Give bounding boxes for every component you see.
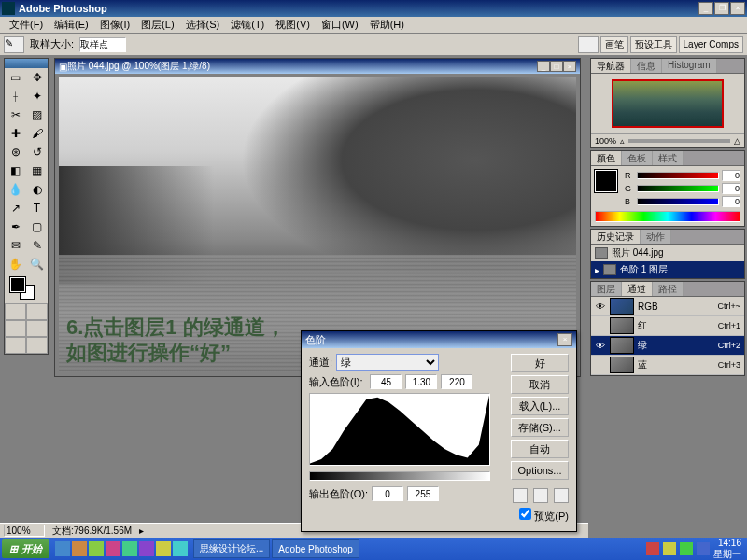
g-slider[interactable] (637, 185, 719, 192)
ql-icon[interactable] (106, 541, 120, 556)
wand-tool[interactable]: ✦ (26, 87, 48, 105)
eraser-tool[interactable]: ◧ (5, 161, 26, 180)
stamp-tool[interactable]: ⊛ (5, 143, 26, 161)
heal-tool[interactable]: ✚ (5, 124, 26, 143)
quick-mask-mode[interactable] (26, 303, 48, 320)
brush-tool[interactable]: 🖌 (26, 124, 48, 143)
tray-icon[interactable] (646, 542, 659, 555)
status-menu-icon[interactable]: ▸ (139, 525, 144, 536)
history-snapshot[interactable]: 照片 044.jpg (591, 245, 744, 261)
tray-icon[interactable] (697, 542, 710, 555)
task-photoshop[interactable]: Adobe Photoshop (272, 539, 359, 558)
navigator-zoom[interactable]: 100% (595, 136, 616, 146)
input-white[interactable] (441, 374, 472, 389)
b-value[interactable]: 0 (722, 196, 740, 207)
tray-icon[interactable] (680, 542, 693, 555)
eyedropper-icon[interactable]: ✎ (4, 36, 24, 53)
menu-edit[interactable]: 编辑(E) (49, 18, 94, 32)
zoom-in-icon[interactable]: △ (734, 136, 740, 146)
toolbox-header[interactable] (5, 59, 48, 68)
doc-minimize[interactable]: _ (537, 61, 550, 72)
close-button[interactable]: × (730, 2, 745, 15)
eyedrop-tool[interactable]: ✎ (26, 236, 48, 255)
doc-close[interactable]: × (563, 61, 576, 72)
screen-mode-3[interactable] (5, 337, 26, 354)
g-value[interactable]: 0 (722, 183, 740, 194)
output-black[interactable] (372, 486, 403, 501)
color-fg-swatch[interactable] (595, 170, 617, 192)
tab-swatches[interactable]: 色板 (622, 151, 653, 165)
start-button[interactable]: ⊞ 开始 (2, 539, 49, 558)
tab-brushes[interactable]: 画笔 (600, 36, 628, 53)
b-slider[interactable] (637, 198, 719, 205)
ql-icon[interactable] (55, 541, 70, 556)
output-gradient[interactable] (309, 471, 490, 481)
task-forum[interactable]: 思缘设计论坛... (193, 539, 270, 558)
file-browser-icon[interactable] (578, 36, 599, 53)
auto-button[interactable]: 自动 (511, 440, 569, 458)
menu-filter[interactable]: 滤镜(T) (225, 18, 270, 32)
menu-help[interactable]: 帮助(H) (364, 18, 410, 32)
marquee-tool[interactable]: ▭ (5, 68, 26, 87)
pen-tool[interactable]: ✒ (5, 217, 26, 236)
tab-actions[interactable]: 动作 (641, 230, 671, 244)
ql-icon[interactable] (173, 541, 188, 556)
visibility-icon[interactable]: 👁 (595, 301, 606, 312)
channel-RGB[interactable]: 👁RGBCtrl+~ (591, 297, 744, 316)
tab-histogram[interactable]: Histogram (662, 59, 717, 73)
menu-view[interactable]: 视图(V) (270, 18, 316, 32)
tray-icon[interactable] (663, 542, 676, 555)
notes-tool[interactable]: ✉ (5, 236, 26, 255)
dodge-tool[interactable]: ◐ (26, 180, 48, 199)
visibility-icon[interactable]: 👁 (595, 341, 606, 351)
path-tool[interactable]: ↗ (5, 199, 26, 217)
sample-size-select[interactable]: 取样点 (79, 37, 126, 52)
ql-icon[interactable] (122, 541, 137, 556)
menu-select[interactable]: 选择(S) (180, 18, 226, 32)
zoom-tool[interactable]: 🔍 (26, 255, 48, 273)
restore-button[interactable]: ❐ (714, 2, 729, 15)
lasso-tool[interactable]: ⟊ (5, 87, 26, 105)
standard-mode[interactable] (5, 303, 26, 320)
tab-navigator[interactable]: 导航器 (591, 59, 631, 73)
imageready-jump[interactable] (26, 337, 48, 354)
gradient-tool[interactable]: ▦ (26, 161, 48, 180)
r-value[interactable]: 0 (722, 170, 740, 181)
clock[interactable]: 14:16 (713, 538, 741, 548)
screen-mode-2[interactable] (26, 320, 48, 337)
tab-presets[interactable]: 预设工具 (630, 36, 677, 53)
slice-tool[interactable]: ▨ (26, 105, 48, 124)
ql-icon[interactable] (72, 541, 87, 556)
ql-icon[interactable] (156, 541, 171, 556)
input-gamma[interactable] (405, 374, 437, 389)
ok-button[interactable]: 好 (511, 354, 569, 372)
shape-tool[interactable]: ▢ (26, 217, 48, 236)
save-button[interactable]: 存储(S)... (511, 418, 569, 437)
tab-channels[interactable]: 通道 (622, 282, 653, 296)
menu-image[interactable]: 图像(I) (94, 18, 135, 32)
eyedropper-black-icon[interactable] (513, 488, 528, 503)
preview-checkbox[interactable] (519, 508, 531, 520)
tab-paths[interactable]: 路径 (653, 282, 684, 296)
tab-info[interactable]: 信息 (631, 59, 662, 73)
cancel-button[interactable]: 取消 (511, 375, 569, 394)
options-button[interactable]: Options... (511, 461, 569, 480)
zoom-out-icon[interactable]: ▵ (620, 136, 625, 146)
tab-layercomps[interactable]: Layer Comps (679, 36, 743, 53)
histogram[interactable] (309, 393, 490, 466)
canvas[interactable]: 6.点击图层1 的绿通道， 如图进行操作“好” (59, 77, 576, 372)
channel-绿[interactable]: 👁绿Ctrl+2 (591, 336, 744, 356)
load-button[interactable]: 载入(L)... (511, 397, 569, 415)
ql-icon[interactable] (139, 541, 154, 556)
minimize-button[interactable]: _ (698, 2, 713, 15)
status-zoom[interactable]: 100% (4, 525, 45, 537)
hand-tool[interactable]: ✋ (5, 255, 26, 273)
move-tool[interactable]: ✥ (26, 68, 48, 87)
channel-红[interactable]: 红Ctrl+1 (591, 316, 744, 336)
tab-color[interactable]: 颜色 (591, 151, 622, 165)
tab-styles[interactable]: 样式 (653, 151, 684, 165)
ql-icon[interactable] (89, 541, 104, 556)
doc-maximize[interactable]: □ (550, 61, 563, 72)
input-black[interactable] (370, 374, 402, 389)
navigator-thumbnail[interactable] (612, 79, 724, 128)
